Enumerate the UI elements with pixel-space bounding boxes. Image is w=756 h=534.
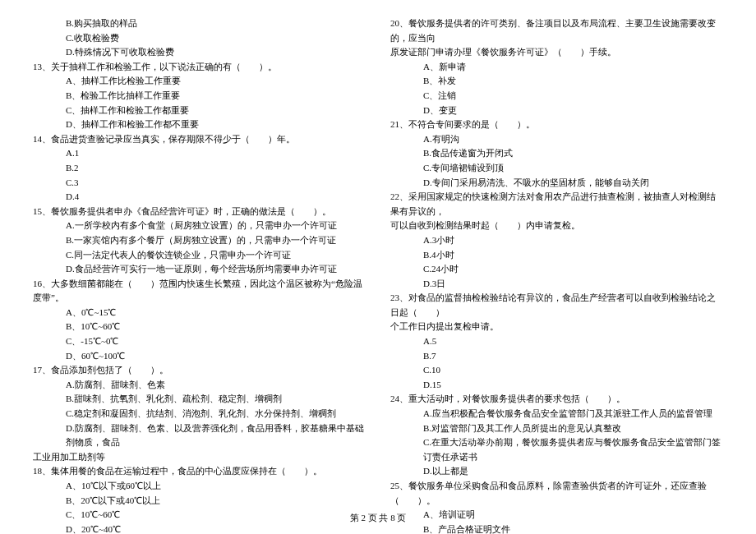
left-line: C、抽样工作和检验工作都重要 bbox=[33, 104, 366, 118]
left-line: A.一所学校内有多个食堂（厨房独立设置）的，只需申办一个许可证 bbox=[33, 219, 366, 233]
right-line: A、新申请 bbox=[390, 60, 723, 75]
left-line: B.购买抽取的样品 bbox=[33, 16, 366, 31]
left-line: A.1 bbox=[33, 146, 366, 161]
left-line: B、20℃以下或40℃以上 bbox=[33, 494, 366, 509]
right-line: B.4小时 bbox=[390, 248, 723, 263]
left-line: 工业用加工助剂等 bbox=[33, 450, 366, 465]
right-line: A.应当积极配合餐饮服务食品安全监管部门及其派驻工作人员的监督管理 bbox=[390, 407, 723, 421]
left-line: A、0℃~15℃ bbox=[33, 306, 366, 320]
page-footer: 第 2 页 共 8 页 bbox=[0, 511, 756, 526]
right-line: B.食品传递窗为开闭式 bbox=[390, 146, 723, 161]
left-line: D、60℃~100℃ bbox=[33, 349, 366, 364]
left-line: C.同一法定代表人的餐饮连锁企业，只需申办一个许可证 bbox=[33, 248, 366, 263]
left-line: D.防腐剂、甜味剂、色素、以及营养强化剂，食品用香料，胶基糖果中基础剂物质，食品 bbox=[33, 421, 366, 450]
left-line: C、-15℃~0℃ bbox=[33, 334, 366, 349]
content-columns: B.购买抽取的样品C.收取检验费D.特殊情况下可收取检验费13、关于抽样工作和检… bbox=[33, 16, 723, 534]
left-line: 17、食品添加剂包括了（ ）。 bbox=[33, 363, 366, 378]
left-line: D.特殊情况下可收取检验费 bbox=[33, 45, 366, 60]
left-line: B、10℃~60℃ bbox=[33, 320, 366, 334]
right-line: 23、对食品的监督抽检检验结论有异议的，食品生产经营者可以自收到检验结论之日起（… bbox=[390, 291, 723, 320]
right-line: A.有明沟 bbox=[390, 132, 723, 147]
right-line: 24、重大活动时，对餐饮服务提供者的要求包括（ ）。 bbox=[390, 392, 723, 407]
left-line: 18、集体用餐的食品在运输过程中，食品的中心温度应保持在（ ）。 bbox=[33, 464, 366, 479]
left-line: C.3 bbox=[33, 176, 366, 191]
right-line: A.3小时 bbox=[390, 233, 723, 248]
right-line: C、注销 bbox=[390, 89, 723, 104]
right-line: 20、餐饮服务提供者的许可类别、备注项目以及布局流程、主要卫生设施需要改变的，应… bbox=[390, 16, 723, 45]
right-line: 22、采用国家规定的快速检测方法对食用农产品进行抽查检测，被抽查人对检测结果有异… bbox=[390, 190, 723, 219]
left-line: A、10℃以下或60℃以上 bbox=[33, 479, 366, 494]
left-line: B.2 bbox=[33, 161, 366, 176]
right-line: 原发证部门申请办理《餐饮服务许可证》（ ）手续。 bbox=[390, 45, 723, 60]
right-line: A.5 bbox=[390, 334, 723, 349]
left-line: B.甜味剂、抗氧剂、乳化剂、疏松剂、稳定剂、增稠剂 bbox=[33, 392, 366, 407]
right-line: B.对监管部门及其工作人员所提出的意见认真整改 bbox=[390, 421, 723, 436]
left-line: A.防腐剂、甜味剂、色素 bbox=[33, 378, 366, 393]
right-line: 个工作日内提出复检申请。 bbox=[390, 320, 723, 334]
left-line: B、检验工作比抽样工作重要 bbox=[33, 89, 366, 104]
right-line: 21、不符合专间要求的是（ ）。 bbox=[390, 117, 723, 132]
left-line: 13、关于抽样工作和检验工作，以下说法正确的有（ ）。 bbox=[33, 60, 366, 75]
right-line: B、补发 bbox=[390, 74, 723, 89]
right-line: C.在重大活动举办前期，餐饮服务提供者应与餐饮服务食品安全监管部门签订责任承诺书 bbox=[390, 435, 723, 464]
right-line: D.专间门采用易清洗、不吸水的坚固材质，能够自动关闭 bbox=[390, 176, 723, 191]
right-line: D.3日 bbox=[390, 277, 723, 292]
left-line: C.收取检验费 bbox=[33, 31, 366, 46]
right-line: B.7 bbox=[390, 349, 723, 364]
left-line: 16、大多数细菌都能在（ ）范围内快速生长繁殖，因此这个温区被称为“危险温度带”… bbox=[33, 277, 366, 306]
right-line: 25、餐饮服务单位采购食品和食品原料，除需查验供货者的许可证外，还应查验（ ）。 bbox=[390, 479, 723, 508]
right-line: C.24小时 bbox=[390, 262, 723, 277]
left-line: D.食品经营许可实行一地一证原则，每个经营场所均需要申办许可证 bbox=[33, 262, 366, 277]
left-line: 14、食品进货查验记录应当真实，保存期限不得少于（ ）年。 bbox=[33, 132, 366, 147]
left-column: B.购买抽取的样品C.收取检验费D.特殊情况下可收取检验费13、关于抽样工作和检… bbox=[33, 16, 366, 534]
left-line: D、抽样工作和检验工作都不重要 bbox=[33, 117, 366, 132]
left-line: B.一家宾馆内有多个餐厅（厨房独立设置）的，只需申办一个许可证 bbox=[33, 233, 366, 248]
left-line: A、抽样工作比检验工作重要 bbox=[33, 74, 366, 89]
right-line: D.以上都是 bbox=[390, 464, 723, 479]
right-line: D、变更 bbox=[390, 104, 723, 118]
left-line: 15、餐饮服务提供者申办《食品经营许可证》时，正确的做法是（ ）。 bbox=[33, 205, 366, 219]
right-line: C.10 bbox=[390, 363, 723, 378]
left-line: D.4 bbox=[33, 190, 366, 205]
right-line: 可以自收到检测结果时起（ ）内申请复检。 bbox=[390, 219, 723, 233]
right-line: D.15 bbox=[390, 378, 723, 393]
right-line: C.专间墙裙铺设到顶 bbox=[390, 161, 723, 176]
left-line: C.稳定剂和凝固剂、抗结剂、消泡剂、乳化剂、水分保持剂、增稠剂 bbox=[33, 407, 366, 421]
right-column: 20、餐饮服务提供者的许可类别、备注项目以及布局流程、主要卫生设施需要改变的，应… bbox=[390, 16, 723, 534]
